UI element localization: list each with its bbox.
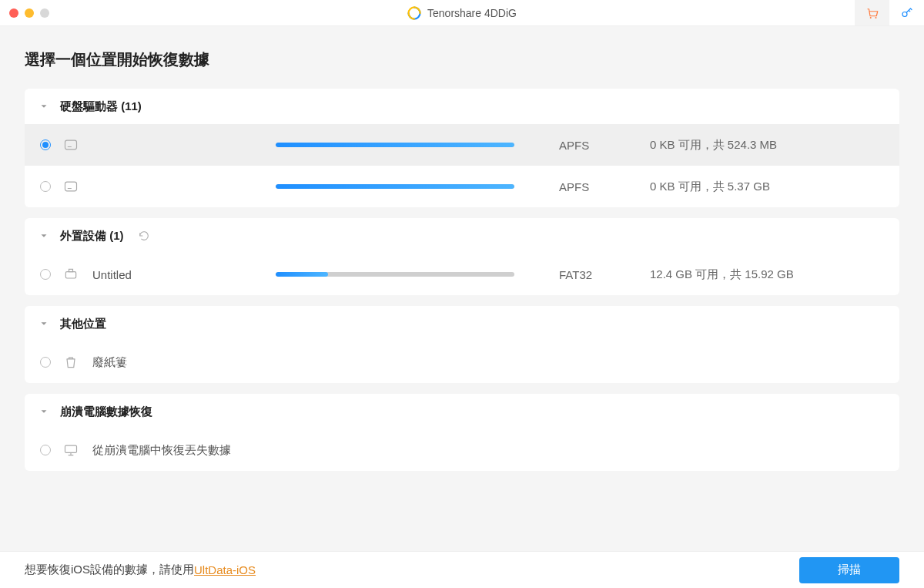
close-window-icon[interactable]	[9, 8, 18, 18]
svg-point-0	[869, 17, 871, 18]
group-header-hard-drives[interactable]: 硬盤驅動器 (11)	[25, 89, 899, 124]
drive-row[interactable]: APFS 0 KB 可用，共 5.37 GB	[25, 166, 899, 207]
drive-capacity: 0 KB 可用，共 524.3 MB	[650, 138, 777, 153]
other-name: 廢紙簍	[92, 355, 262, 370]
svg-rect-7	[65, 272, 75, 278]
external-fs: FAT32	[559, 268, 636, 281]
group-crash: 崩潰電腦數據恢復 從崩潰電腦中恢復丟失數據	[25, 394, 899, 471]
group-header-label: 硬盤驅動器 (11)	[60, 99, 142, 114]
footer-note-link[interactable]: UltData-iOS	[194, 563, 256, 576]
external-usage-bar	[276, 272, 514, 277]
zoom-window-icon[interactable]	[40, 8, 49, 18]
footer-note-prefix: 想要恢復iOS設備的數據，請使用	[25, 563, 194, 577]
group-header-label: 外置設備 (1)	[60, 229, 124, 244]
external-name: Untitled	[92, 268, 262, 281]
crash-radio[interactable]	[40, 445, 51, 455]
drive-usage-bar	[276, 143, 514, 147]
title-bar: Tenorshare 4DDiG	[0, 0, 924, 26]
drive-usage-fill	[276, 184, 514, 189]
drive-radio[interactable]	[40, 181, 51, 192]
group-header-external[interactable]: 外置設備 (1)	[25, 218, 899, 254]
app-title-label: Tenorshare 4DDiG	[427, 7, 517, 19]
disk-icon	[63, 137, 79, 153]
svg-rect-8	[69, 269, 73, 271]
group-header-label: 其他位置	[60, 317, 106, 331]
svg-point-1	[875, 17, 876, 18]
drive-row[interactable]: APFS 0 KB 可用，共 524.3 MB	[25, 124, 899, 166]
scan-button[interactable]: 掃描	[799, 557, 899, 583]
title-bar-actions	[855, 0, 924, 25]
external-capacity: 12.4 GB 可用，共 15.92 GB	[650, 267, 794, 282]
monitor-icon	[63, 442, 79, 458]
other-radio[interactable]	[40, 357, 51, 368]
usb-disk-icon	[63, 267, 79, 282]
key-button[interactable]	[889, 0, 924, 25]
chevron-down-icon	[38, 406, 49, 417]
group-external: 外置設備 (1) Untitled FAT32 12.4 GB 可用，共 15.…	[25, 218, 899, 295]
drive-usage-bar	[276, 184, 514, 189]
chevron-down-icon	[38, 230, 49, 241]
footer: 想要恢復iOS設備的數據，請使用 UltData-iOS 掃描	[0, 551, 924, 588]
svg-rect-9	[65, 445, 77, 452]
drive-radio[interactable]	[40, 139, 51, 150]
drive-fs: APFS	[559, 180, 636, 193]
group-header-other[interactable]: 其他位置	[25, 306, 899, 341]
window-traffic-lights	[9, 8, 49, 18]
cart-button[interactable]	[855, 0, 889, 25]
group-hard-drives: 硬盤驅動器 (11) APFS 0 KB 可用，共 524.3 MB APFS …	[25, 89, 899, 207]
page-title: 選擇一個位置開始恢復數據	[25, 26, 899, 89]
main-content: 選擇一個位置開始恢復數據 硬盤驅動器 (11) APFS 0 KB 可用，共 5…	[0, 26, 924, 471]
disk-icon	[63, 179, 79, 194]
refresh-icon[interactable]	[138, 230, 150, 242]
other-row[interactable]: 廢紙簍	[25, 341, 899, 383]
drive-usage-fill	[276, 143, 514, 147]
key-icon	[900, 6, 914, 20]
external-usage-fill	[276, 272, 328, 277]
crash-name: 從崩潰電腦中恢復丟失數據	[92, 443, 231, 458]
chevron-down-icon	[38, 318, 49, 329]
svg-rect-3	[65, 140, 77, 150]
minimize-window-icon[interactable]	[25, 8, 34, 18]
drive-capacity: 0 KB 可用，共 5.37 GB	[650, 180, 770, 194]
trash-icon	[63, 354, 79, 370]
drive-fs: APFS	[559, 139, 636, 152]
chevron-down-icon	[38, 101, 49, 112]
crash-row[interactable]: 從崩潰電腦中恢復丟失數據	[25, 429, 899, 471]
app-title: Tenorshare 4DDiG	[407, 6, 517, 20]
app-logo-icon	[407, 6, 421, 20]
group-header-crash[interactable]: 崩潰電腦數據恢復	[25, 394, 899, 429]
external-radio[interactable]	[40, 269, 51, 280]
external-row[interactable]: Untitled FAT32 12.4 GB 可用，共 15.92 GB	[25, 254, 899, 295]
group-header-label: 崩潰電腦數據恢復	[60, 405, 152, 419]
cart-icon	[865, 6, 879, 20]
svg-rect-5	[65, 182, 77, 191]
group-other: 其他位置 廢紙簍	[25, 306, 899, 383]
